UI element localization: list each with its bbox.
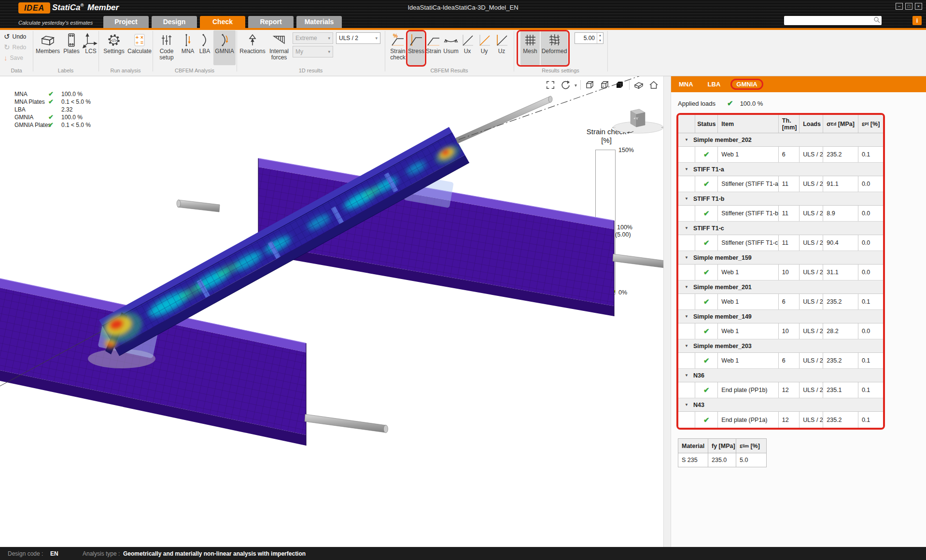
tab-project[interactable]: Project bbox=[103, 16, 149, 28]
group-row[interactable]: ▼Simple member_201 bbox=[678, 280, 883, 294]
table-row[interactable]: ✔ End plate (PP1b) 12 ULS / 2 235.1 0.1 bbox=[678, 382, 883, 398]
group-row[interactable]: ▼STIFF T1-a bbox=[678, 163, 883, 176]
toolbar-separator bbox=[629, 80, 630, 90]
group-name: Simple member_202 bbox=[693, 137, 752, 143]
lcs-button[interactable]: LCS bbox=[82, 30, 99, 65]
group-row[interactable]: ▼STIFF T1-c bbox=[678, 222, 883, 235]
code-setup-button[interactable]: Code setup bbox=[154, 30, 179, 65]
save-label: Save bbox=[10, 55, 23, 61]
strain-button[interactable]: Strain bbox=[425, 30, 442, 65]
mesh-button[interactable]: Mesh bbox=[520, 30, 540, 65]
eps-lim-header: εlim [%] bbox=[736, 439, 766, 453]
internal-forces-button[interactable]: Internal forces bbox=[267, 30, 292, 65]
collapse-triangle-icon[interactable]: ▼ bbox=[685, 373, 688, 378]
results-panel: MNA LBA GMNIA Applied loads✔100.0 % Stat… bbox=[671, 76, 926, 547]
status-row-lba: LBA 2.32 bbox=[14, 106, 126, 114]
strain-check-button[interactable]: % Strain check bbox=[388, 30, 408, 65]
collapse-triangle-icon[interactable]: ▼ bbox=[685, 138, 688, 142]
tab-materials[interactable]: Materials bbox=[296, 16, 342, 28]
home-view-icon[interactable] bbox=[648, 79, 659, 91]
usum-button[interactable]: Usum bbox=[442, 30, 460, 65]
group-row[interactable]: ▼Simple member_159 bbox=[678, 251, 883, 265]
spin-down-icon[interactable]: ▼ bbox=[597, 38, 603, 43]
tab-lba[interactable]: LBA bbox=[708, 81, 721, 88]
table-row[interactable]: ✔ End plate (PP1a) 12 ULS / 2 235.2 0.1 bbox=[678, 412, 883, 428]
panel-splitter-scrollbar[interactable] bbox=[663, 76, 671, 547]
fem-model-3d[interactable] bbox=[0, 76, 663, 547]
lba-button[interactable]: LBA bbox=[196, 30, 213, 65]
collapse-triangle-icon[interactable]: ▼ bbox=[685, 403, 688, 407]
tab-design[interactable]: Design bbox=[152, 16, 197, 28]
redo-button[interactable]: ↻ Redo bbox=[4, 43, 26, 52]
deformed-scale-stepper[interactable]: 5.00 ▲ ▼ bbox=[575, 32, 603, 44]
stepper-arrows[interactable]: ▲ ▼ bbox=[597, 33, 603, 43]
table-row[interactable]: ✔ Stiffener (STIFF T1-a) 11 ULS / 2 91.1… bbox=[678, 176, 883, 192]
check-icon: ✔ bbox=[703, 327, 710, 336]
rotate-view-icon[interactable] bbox=[560, 79, 571, 91]
design-code-value: EN bbox=[50, 550, 58, 557]
uz-button[interactable]: Uz bbox=[493, 30, 510, 65]
collapse-triangle-icon[interactable]: ▼ bbox=[685, 344, 688, 348]
close-button[interactable]: × bbox=[915, 3, 922, 10]
gmnia-button[interactable]: GMNIA bbox=[213, 30, 236, 65]
my-dropdown[interactable]: My ▾ bbox=[293, 46, 333, 57]
minimize-button[interactable]: – bbox=[896, 3, 903, 10]
uy-button[interactable]: Uy bbox=[476, 30, 492, 65]
tab-mna[interactable]: MNA bbox=[679, 81, 693, 88]
stress-button[interactable]: Stress bbox=[408, 30, 424, 65]
clip-view-icon[interactable] bbox=[633, 79, 645, 91]
tab-report[interactable]: Report bbox=[248, 16, 294, 28]
table-row[interactable]: ✔ Web 1 10 ULS / 2 31.1 0.0 bbox=[678, 265, 883, 280]
table-row[interactable]: ✔ Web 1 6 ULS / 2 235.2 0.1 bbox=[678, 294, 883, 310]
group-row[interactable]: ▼STIFF T1-b bbox=[678, 192, 883, 206]
deformed-button[interactable]: Deformed bbox=[541, 30, 568, 65]
info-button[interactable]: i bbox=[912, 16, 922, 25]
plates-button[interactable]: Plates bbox=[61, 30, 82, 65]
collapse-triangle-icon[interactable]: ▼ bbox=[685, 167, 688, 171]
table-row[interactable]: ✔ Web 1 10 ULS / 2 28.2 0.0 bbox=[678, 323, 883, 339]
cell-sigma: 90.4 bbox=[823, 235, 858, 251]
chevron-down-icon[interactable]: ▾ bbox=[575, 83, 577, 88]
members-button[interactable]: Members bbox=[36, 30, 60, 65]
group-row[interactable]: ▼Simple member_203 bbox=[678, 339, 883, 353]
collapse-triangle-icon[interactable]: ▼ bbox=[685, 255, 688, 260]
calculate-button[interactable]: + × ÷ = Calculate bbox=[126, 30, 153, 65]
collapse-triangle-icon[interactable]: ▼ bbox=[685, 285, 688, 289]
fit-view-icon[interactable] bbox=[545, 79, 556, 91]
undo-button[interactable]: ↺ Undo bbox=[4, 32, 26, 41]
model-viewport[interactable]: Strain check [%] 150% 100% (5.00) 0.10 0… bbox=[0, 76, 663, 547]
group-row[interactable]: ▼Simple member_202 bbox=[678, 133, 883, 147]
group-caption-labels: Labels bbox=[33, 68, 98, 73]
save-button[interactable]: ↓ Save bbox=[4, 54, 23, 62]
table-row[interactable]: ✔ Web 1 6 ULS / 2 235.2 0.1 bbox=[678, 147, 883, 163]
reactions-button[interactable]: Reactions bbox=[239, 30, 267, 65]
ux-button[interactable]: Ux bbox=[460, 30, 475, 65]
axis-orientation-cube[interactable]: +Y bbox=[611, 103, 663, 140]
settings-button[interactable]: </> Settings bbox=[101, 30, 126, 65]
view-solid-icon[interactable] bbox=[614, 79, 626, 91]
table-row[interactable]: ✔ Stiffener (STIFF T1-c) 11 ULS / 2 90.4… bbox=[678, 235, 883, 251]
group-row[interactable]: ▼N36 bbox=[678, 369, 883, 382]
collapse-triangle-icon[interactable]: ▼ bbox=[685, 314, 688, 319]
extreme-dropdown[interactable]: Extreme ▾ bbox=[293, 32, 333, 44]
search-input[interactable] bbox=[784, 16, 882, 25]
group-row[interactable]: ▼Simple member_149 bbox=[678, 310, 883, 323]
cell-eps: 0.1 bbox=[858, 147, 883, 162]
check-icon: ✔ bbox=[703, 238, 710, 247]
material-row[interactable]: S 235 235.0 5.0 bbox=[678, 453, 766, 467]
collapse-triangle-icon[interactable]: ▼ bbox=[685, 226, 688, 230]
tab-check[interactable]: Check bbox=[200, 16, 245, 28]
usum-label: Usum bbox=[443, 48, 458, 55]
spin-up-icon[interactable]: ▲ bbox=[597, 33, 603, 38]
fy-value: 235.0 bbox=[708, 453, 736, 467]
table-row[interactable]: ✔ Web 1 6 ULS / 2 235.2 0.1 bbox=[678, 353, 883, 369]
group-row[interactable]: ▼N43 bbox=[678, 398, 883, 412]
mna-button[interactable]: MNA bbox=[180, 30, 196, 65]
view-wireframe-icon[interactable] bbox=[584, 79, 596, 91]
load-case-dropdown[interactable]: ULS / 2 ▾ bbox=[336, 32, 380, 44]
collapse-triangle-icon[interactable]: ▼ bbox=[685, 196, 688, 201]
table-row[interactable]: ✔ Stiffener (STIFF T1-b) 11 ULS / 2 8.9 … bbox=[678, 206, 883, 222]
tab-gmnia-highlighted[interactable]: GMNIA bbox=[730, 79, 763, 90]
view-hidden-lines-icon[interactable] bbox=[599, 79, 611, 91]
maximize-button[interactable]: □ bbox=[905, 3, 912, 10]
